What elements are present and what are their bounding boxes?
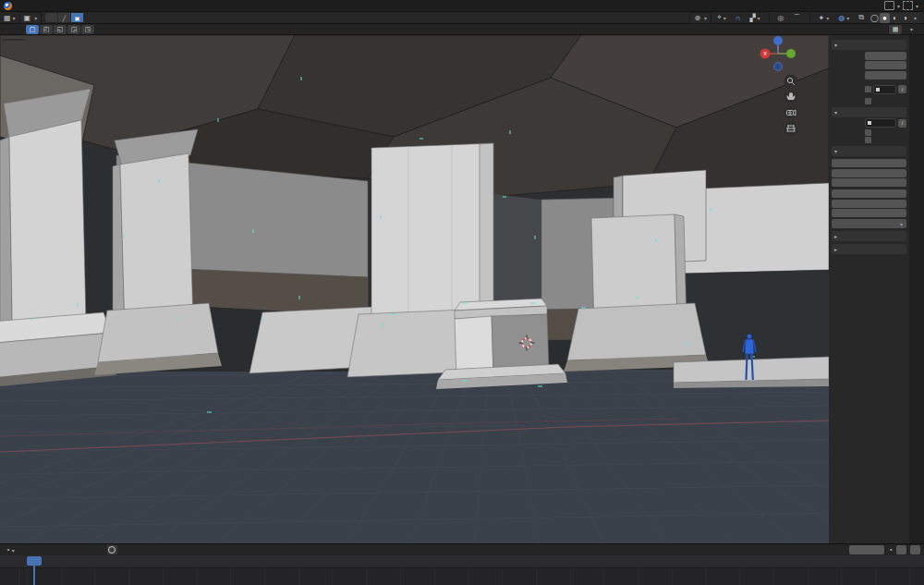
snap-individual-icon[interactable]: ▦ xyxy=(889,25,902,34)
view-lock-section-header[interactable]: ▾ xyxy=(832,107,906,117)
timer-icon: ◔ xyxy=(888,546,893,555)
vertex-select-icon[interactable]: · xyxy=(45,13,58,22)
cursor-ry-field[interactable] xyxy=(832,200,906,208)
edge-select-icon[interactable]: ╱ xyxy=(58,13,71,22)
select-extend-icon[interactable]: ◱ xyxy=(54,25,67,34)
snap-toggle[interactable]: ∩ xyxy=(732,13,745,23)
topbar-right-controls: ▾ ▾ xyxy=(884,1,924,10)
pivot-point-selector[interactable]: ⌖▾ xyxy=(713,13,730,23)
timeline-editor-type-button[interactable]: ◔▾ xyxy=(2,545,18,555)
shading-dropdown[interactable]: ▾ xyxy=(910,13,920,23)
current-frame-field[interactable] xyxy=(849,545,884,555)
zoom-button[interactable] xyxy=(784,75,798,89)
cursor-x-field[interactable] xyxy=(832,159,906,167)
local-camera-object-field[interactable] xyxy=(873,85,896,94)
view-layer-dropdown[interactable]: ▾ xyxy=(916,3,918,9)
rendered-shading-icon[interactable]: ◑ xyxy=(900,13,910,23)
sidebar-tab-strip xyxy=(909,35,924,543)
timeline-ruler[interactable] xyxy=(0,555,924,567)
proportional-editing-toggle[interactable]: ◎ xyxy=(774,13,788,23)
view-layer-icon[interactable] xyxy=(903,1,913,10)
select-tool-options: ▢ ◰ ◱ ◲ ◳ xyxy=(26,25,95,34)
gizmo-y-axis[interactable] xyxy=(786,49,796,58)
collections-section-header[interactable]: ▸ xyxy=(832,231,906,241)
to-3d-cursor-checkbox[interactable] xyxy=(865,129,871,136)
toolbar xyxy=(2,39,24,41)
sidebar-n-panel: ▾ / ▾ / ▾ ▾ ▸ ▸ xyxy=(829,35,909,543)
camera-view-button[interactable] xyxy=(784,106,798,120)
scene-icon[interactable] xyxy=(884,1,894,10)
render-region-checkbox[interactable] xyxy=(865,98,871,104)
cursor-y-field[interactable] xyxy=(832,169,906,177)
playhead-line xyxy=(33,566,35,585)
frame-end-field[interactable] xyxy=(910,545,920,555)
tool-settings-bar: ▢ ◰ ◱ ◲ ◳ ▦ ▾ xyxy=(0,24,924,35)
mode-selector[interactable]: ▣▾ xyxy=(19,12,43,24)
view-section-header[interactable]: ▾ xyxy=(832,40,906,50)
cursor-rz-field[interactable] xyxy=(832,209,906,217)
gizmo-x-label: X xyxy=(763,51,767,56)
timeline-header: ◔▾ ◔ xyxy=(0,543,924,555)
xray-toggle[interactable]: ⧉ xyxy=(855,13,868,23)
topbar: ▾ ▾ xyxy=(0,0,924,12)
gizmos-dropdown[interactable]: ✦▾ xyxy=(815,13,833,23)
solid-shading-icon[interactable]: ● xyxy=(880,13,890,23)
overlays-dropdown[interactable]: ◍▾ xyxy=(834,13,853,23)
select-new-icon[interactable]: ◰ xyxy=(40,25,53,34)
eyedropper-icon[interactable]: / xyxy=(898,119,906,128)
transform-orientation-selector[interactable]: ⊕▾ xyxy=(689,12,711,24)
gizmo-z-axis[interactable] xyxy=(773,36,783,45)
timeline-tracks[interactable] xyxy=(0,567,924,585)
clip-start-field[interactable] xyxy=(865,61,906,69)
face-select-icon[interactable]: ▣ xyxy=(71,13,84,22)
annotations-section-header[interactable]: ▸ xyxy=(832,244,906,254)
active-tool-icon[interactable]: ▢ xyxy=(26,25,39,34)
gizmo-minus-z-axis[interactable] xyxy=(774,63,783,71)
lock-to-object-field[interactable] xyxy=(865,118,896,128)
cursor-rx-field[interactable] xyxy=(832,189,906,198)
editor-type-button[interactable]: ▦▾ xyxy=(0,13,19,23)
viewport-header-right: ⊕▾ ⌖▾ ∩ ▞▾ ◎ ⌒ ✦▾ ◍▾ ⧉ ◯ ● ◐ ◑ ▾ xyxy=(689,12,924,24)
tool-settings-right: ▦ ▾ xyxy=(887,24,924,34)
options-dropdown[interactable]: ▾ xyxy=(905,24,917,34)
viewport-scene[interactable]: X xyxy=(0,35,829,543)
select-subtract-icon[interactable]: ◲ xyxy=(67,25,80,34)
rotation-order-dropdown[interactable]: ▾ xyxy=(832,219,906,228)
auto-keying-toggle[interactable] xyxy=(107,545,117,555)
snap-settings-dropdown[interactable]: ▞▾ xyxy=(746,13,763,23)
perspective-toggle-button[interactable] xyxy=(784,122,798,136)
3d-viewport[interactable]: X xyxy=(0,35,829,543)
blender-logo-icon[interactable] xyxy=(4,2,12,10)
cursor-z-field[interactable] xyxy=(832,178,906,187)
playback-controls xyxy=(107,545,125,555)
playhead[interactable] xyxy=(27,556,42,566)
select-intersect-icon[interactable]: ◳ xyxy=(81,25,94,34)
proportional-falloff-dropdown[interactable]: ⌒ xyxy=(790,13,805,23)
frame-start-field[interactable] xyxy=(896,545,906,555)
scene-dropdown[interactable]: ▾ xyxy=(897,3,900,9)
shading-mode-group: ◯ ● ◐ ◑ ▾ xyxy=(869,13,920,23)
wireframe-shading-icon[interactable]: ◯ xyxy=(869,13,880,23)
camera-to-view-checkbox[interactable] xyxy=(865,137,871,143)
frame-range-controls: ◔ xyxy=(849,545,924,555)
select-mode-group: · ╱ ▣ xyxy=(45,13,84,22)
focal-length-field[interactable] xyxy=(865,52,906,60)
clip-end-field[interactable] xyxy=(865,71,906,79)
pan-button[interactable] xyxy=(784,91,798,104)
material-shading-icon[interactable]: ◐ xyxy=(890,13,900,23)
3d-cursor-section-header[interactable]: ▾ xyxy=(832,146,906,156)
local-camera-checkbox[interactable] xyxy=(865,86,871,92)
eyedropper-icon[interactable]: / xyxy=(898,85,906,93)
viewport-header: ▦▾ ▣▾ · ╱ ▣ ⊕▾ ⌖▾ ∩ ▞▾ ◎ ⌒ ✦▾ ◍▾ ⧉ ◯ ● ◐… xyxy=(0,12,924,24)
